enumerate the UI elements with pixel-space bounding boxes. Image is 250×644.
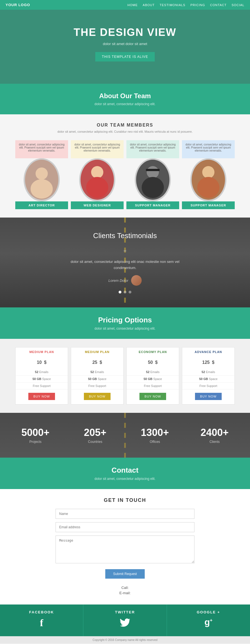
plan-2-name: MEDIUM PLAN	[71, 347, 123, 354]
stat-offices: 1300+ Offices	[125, 424, 185, 446]
svg-point-2	[31, 179, 53, 199]
svg-point-12	[197, 177, 219, 198]
nav-links: HOME ABOUT TESTIMONIALS PRICING CONTACT …	[128, 3, 244, 7]
plan-2-buy-button[interactable]: BUY NOW	[84, 393, 110, 400]
svg-point-1	[36, 167, 48, 180]
stat-countries-number: 205+	[68, 427, 122, 438]
plan-2-feature-2: 50 GB Space	[71, 376, 123, 383]
google-label: GOOGLE +	[172, 610, 244, 614]
team-label-1: ART DIRECTOR	[15, 201, 68, 209]
hero-cta-button[interactable]: THIS TEMPLATE IS ALIVE	[95, 52, 155, 61]
team-desc-2: dolor sit amet, consectetur adipiscing e…	[71, 140, 124, 158]
plan-4-feature-2: 50 GB Space	[182, 376, 234, 383]
contact-title: Contact	[6, 466, 244, 475]
team-desc-3: dolor sit amet, consectetur adipiscing e…	[126, 140, 179, 158]
contact-subtitle: dolor sit amet, consectetur adipiscing e…	[6, 477, 244, 481]
copyright-text: Copyright © 2016 Company name All rights…	[92, 638, 158, 641]
team-card-3: dolor sit amet, consectetur adipiscing e…	[126, 140, 179, 209]
plan-3-feature-1: 52 Emails	[127, 369, 179, 376]
svg-point-5	[86, 177, 108, 198]
plan-2-features: 52 Emails 50 GB Space Free Support	[71, 369, 123, 389]
nav-home[interactable]: HOME	[128, 3, 138, 7]
team-avatar-4	[190, 158, 226, 201]
nav-logo: YOUR LOGO	[6, 3, 30, 7]
plan-3-feature-3: Free Support	[127, 383, 179, 389]
plan-3-features: 52 Emails 50 GB Space Free Support	[127, 369, 179, 389]
team-desc-4: dolor sit amet, consectetur adipiscing e…	[182, 140, 235, 158]
nav-contact[interactable]: CONTACT	[210, 3, 226, 7]
email-input[interactable]	[56, 522, 194, 532]
plan-1-buy-button[interactable]: BUY NOW	[28, 393, 55, 400]
plan-4-features: 52 Emails 50 GB Space Free Support	[182, 369, 234, 389]
plan-4-buy-button[interactable]: BUY NOW	[195, 393, 221, 400]
navbar: YOUR LOGO HOME ABOUT TESTIMONIALS PRICIN…	[0, 0, 250, 10]
pricing-grid: MEDIUM PLAN 10 $ 52 Emails 50 GB Space F…	[6, 347, 244, 404]
contact-header-section: Contact dolor sit amet, consectetur adip…	[0, 458, 250, 489]
hero-title: THE DESIGN VIEW	[6, 26, 244, 38]
plan-4-currency: $	[212, 360, 214, 365]
stat-clients-label: Clients	[188, 440, 242, 444]
plan-4-feature-1: 52 Emails	[182, 369, 234, 376]
social-twitter[interactable]: TWITTER	[83, 604, 167, 636]
dot-1	[119, 291, 121, 293]
stat-projects-number: 5000+	[8, 427, 62, 438]
svg-point-11	[202, 166, 214, 178]
nav-testimonials[interactable]: TESTIMONIALS	[160, 3, 186, 7]
price-card-1: MEDIUM PLAN 10 $ 52 Emails 50 GB Space F…	[15, 347, 68, 404]
email-info: E-mail:	[6, 591, 244, 595]
team-img-1	[24, 158, 60, 201]
social-google[interactable]: GOOGLE + g+	[167, 604, 250, 636]
team-label-3: SUPPORT MANAGER	[126, 201, 179, 209]
hero-section: THE DESIGN VIEW dolor sit amet dolor sit…	[0, 10, 250, 84]
stat-offices-label: Offices	[128, 440, 182, 444]
message-textarea[interactable]	[56, 536, 194, 563]
stat-projects-label: Projects	[8, 440, 62, 444]
copyright-bar: Copyright © 2016 Company name All rights…	[0, 636, 250, 644]
plan-1-feature-3: Free Support	[16, 383, 68, 389]
footer-social-section: FACEBOOK f TWITTER GOOGLE + g+	[0, 604, 250, 636]
testimonial-author-row: Lorem Dolor	[6, 275, 244, 286]
team-grid: dolor sit amet, consectetur adipiscing e…	[6, 140, 244, 209]
team-card-2: dolor sit amet, consectetur adipiscing e…	[71, 140, 124, 209]
contact-form-heading: GET IN TOUCH	[6, 497, 244, 503]
plan-3-price: 50 $	[127, 354, 179, 369]
stat-offices-number: 1300+	[128, 427, 182, 438]
plan-4-feature-3: Free Support	[182, 383, 234, 389]
about-section: About Our Team dolor sit amet, consectet…	[0, 84, 250, 114]
team-label-4: SUPPORT MANAGER	[182, 201, 235, 209]
plan-3-buy-button[interactable]: BUY NOW	[139, 393, 166, 400]
plan-4-name: ADVANCE PLAN	[182, 347, 234, 354]
twitter-label: TWITTER	[89, 610, 161, 614]
stat-projects: 5000+ Projects	[6, 424, 65, 446]
dot-3	[129, 291, 131, 293]
plan-2-currency: $	[100, 360, 102, 365]
testimonials-title: Clients Testimonials	[6, 231, 244, 240]
pricing-title: Pricing Options	[6, 316, 244, 324]
team-card-1: dolor sit amet, consectetur adipiscing e…	[15, 140, 68, 209]
pricing-cards-section: MEDIUM PLAN 10 $ 52 Emails 50 GB Space F…	[0, 339, 250, 413]
plan-2-feature-3: Free Support	[71, 383, 123, 389]
stat-countries: 205+ Countries	[65, 424, 125, 446]
testimonial-avatar	[131, 275, 142, 286]
plan-4-price: 125 $	[182, 354, 234, 369]
stats-grid: 5000+ Projects 205+ Countries 1300+ Offi…	[6, 424, 244, 446]
social-facebook[interactable]: FACEBOOK f	[0, 604, 83, 636]
nav-social[interactable]: SOCIAL	[232, 3, 244, 7]
facebook-icon: f	[6, 617, 78, 629]
name-input[interactable]	[56, 509, 194, 519]
pricing-subtitle: dolor sit amet, consectetur adipiscing e…	[6, 327, 244, 330]
plan-1-feature-2: 50 GB Space	[16, 376, 68, 383]
team-avatar-1	[24, 158, 60, 201]
svg-rect-9	[146, 169, 160, 171]
team-heading: OUR TEAM MEMBERS	[6, 123, 244, 128]
team-avatar-3	[135, 158, 171, 201]
team-img-4	[190, 158, 226, 201]
plan-3-currency: $	[155, 360, 158, 365]
price-card-2: MEDIUM PLAN 25 $ 52 Emails 50 GB Space F…	[71, 347, 124, 404]
testimonial-author-name: Lorem Dolor	[108, 278, 128, 283]
submit-button[interactable]: Submit Request	[105, 569, 144, 579]
nav-about[interactable]: ABOUT	[143, 3, 155, 7]
nav-pricing[interactable]: PRICING	[190, 3, 205, 7]
stat-clients-number: 2400+	[188, 427, 242, 438]
svg-point-4	[91, 166, 103, 178]
